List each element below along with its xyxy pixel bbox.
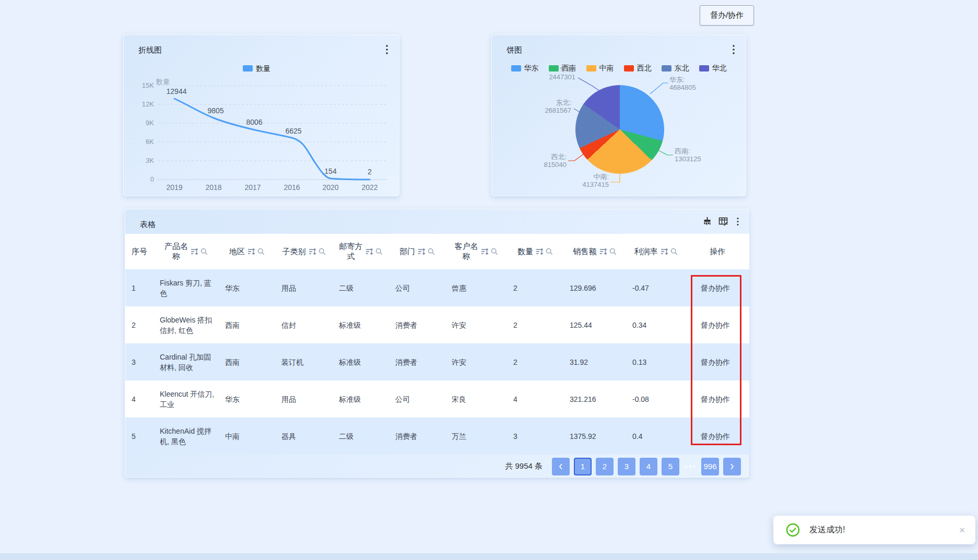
data-table: 序号 产品名称 地区 子类别 邮寄方式 部门 客户名称 数量 销售额 利润率 操… — [125, 234, 749, 455]
table-row: 5 KitchenAid 搅拌机, 黑色 中南 器具 二级 消费者 万兰 3 1… — [125, 418, 749, 455]
legend-item[interactable]: 中南 — [586, 64, 614, 73]
dashboard-page: 督办/协作 折线图 数量 数量 15K — [0, 0, 978, 560]
sort-icon[interactable] — [191, 248, 198, 255]
pagination-summary: 共 9954 条 — [505, 461, 543, 471]
sort-icon[interactable] — [366, 248, 373, 255]
svg-text:2: 2 — [368, 168, 372, 176]
pie-label-xinan: 西南:1303125 — [675, 147, 701, 163]
broom-icon[interactable] — [702, 217, 712, 227]
table-title: 表格 — [140, 220, 156, 230]
page-button-last[interactable]: 996 — [701, 458, 719, 475]
pie-label-huadong: 华东:4684805 — [669, 76, 696, 91]
svg-text:2018: 2018 — [205, 183, 221, 192]
y-axis-name: 数量 — [156, 78, 170, 86]
table-card: 表格 — [125, 209, 749, 478]
column-header-department[interactable]: 部门 — [389, 234, 445, 269]
svg-text:154: 154 — [324, 167, 337, 175]
page-button-4[interactable]: 4 — [640, 458, 657, 475]
prev-page-button[interactable] — [552, 458, 570, 475]
table-toolbar — [702, 217, 741, 227]
sort-icon[interactable] — [661, 248, 668, 255]
legend-swatch — [586, 65, 596, 72]
svg-text:6K: 6K — [146, 138, 154, 146]
pagination: 共 9954 条 1 2 3 4 5 996 — [125, 455, 748, 478]
legend-label: 东北 — [675, 64, 689, 73]
svg-text:6625: 6625 — [285, 127, 301, 135]
line-chart-card: 折线图 数量 数量 15K 12K 9K — [123, 34, 399, 196]
search-icon[interactable] — [319, 248, 326, 255]
legend-item[interactable]: 西北 — [624, 64, 652, 73]
action-link[interactable]: 督办协作 — [686, 343, 749, 380]
action-link[interactable]: 督办协作 — [686, 269, 749, 306]
legend-item[interactable]: 东北 — [662, 64, 689, 73]
legend-label: 西北 — [637, 64, 652, 73]
svg-text:2022: 2022 — [361, 183, 378, 192]
search-icon[interactable] — [546, 248, 553, 255]
point-value-labels: 12944 9805 8006 6625 154 2 — [167, 87, 372, 176]
sort-icon[interactable] — [481, 248, 488, 255]
line-legend-swatch[interactable] — [243, 65, 253, 72]
action-link[interactable]: 督办协作 — [686, 380, 749, 418]
pagination-ellipsis-icon[interactable] — [684, 466, 697, 468]
sort-icon[interactable] — [418, 248, 425, 255]
close-icon[interactable]: × — [959, 525, 965, 535]
pie-label-huabei: 华北:2447301 — [523, 65, 575, 81]
column-header-region[interactable]: 地区 — [219, 234, 275, 269]
legend-label: 华北 — [712, 64, 727, 73]
column-header-product-name[interactable]: 产品名称 — [154, 234, 219, 269]
svg-text:8006: 8006 — [246, 118, 262, 126]
column-header-quantity[interactable]: 数量 — [507, 234, 563, 269]
column-header-customer-name[interactable]: 客户名称 — [445, 234, 507, 269]
pie-chart[interactable] — [575, 85, 664, 174]
action-link[interactable]: 督办协作 — [686, 418, 749, 455]
kebab-menu-icon[interactable] — [735, 217, 741, 227]
column-header-profit-rate[interactable]: 利润率 — [626, 234, 686, 269]
supervise-collaborate-button[interactable]: 督办/协作 — [700, 5, 754, 26]
line-legend-label[interactable]: 数量 — [256, 64, 270, 73]
toast-notification: 发送成功! × — [773, 516, 975, 544]
page-button-2[interactable]: 2 — [596, 458, 614, 475]
svg-text:2019: 2019 — [166, 183, 182, 192]
legend-swatch — [511, 65, 521, 72]
table-row: 1 Fiskars 剪刀, 蓝色 华东 用品 二级 公司 曾惠 2 129.69… — [125, 269, 749, 306]
search-icon[interactable] — [609, 248, 617, 255]
svg-text:2020: 2020 — [322, 183, 338, 192]
legend-swatch — [662, 65, 671, 72]
sort-icon[interactable] — [248, 248, 255, 255]
kebab-menu-icon[interactable] — [730, 44, 737, 55]
legend-label: 中南 — [599, 64, 614, 73]
line-chart-svg: 数量 数量 15K 12K 9K 6K 3K 0 — [124, 35, 400, 197]
gridlines — [158, 86, 387, 161]
bottom-scrollbar[interactable] — [0, 553, 978, 560]
pie-chart-card: 饼图 华东 西南 中南 西北 东北 华北 华北:2447301 华东: — [491, 34, 746, 196]
y-tick-labels: 15K 12K 9K 6K 3K 0 — [142, 81, 154, 183]
svg-text:3K: 3K — [146, 157, 154, 164]
search-icon[interactable] — [375, 248, 383, 255]
page-button-5[interactable]: 5 — [662, 458, 679, 475]
svg-text:15K: 15K — [142, 81, 154, 89]
sort-icon[interactable] — [536, 248, 543, 255]
pie-label-xibei: 西北:815040 — [514, 153, 567, 169]
svg-text:12944: 12944 — [167, 87, 187, 96]
chevron-left-icon — [558, 463, 563, 470]
line-series-path[interactable] — [174, 99, 370, 180]
sort-icon[interactable] — [309, 248, 316, 255]
legend-item[interactable]: 华北 — [699, 64, 727, 73]
next-page-button[interactable] — [723, 458, 741, 475]
search-icon[interactable] — [257, 248, 265, 255]
column-header-subcategory[interactable]: 子类别 — [275, 234, 333, 269]
page-button-3[interactable]: 3 — [618, 458, 635, 475]
page-button-1[interactable]: 1 — [574, 458, 592, 475]
action-link[interactable]: 督办协作 — [686, 306, 749, 343]
column-header-ship-mode[interactable]: 邮寄方式 — [333, 234, 389, 269]
svg-text:2016: 2016 — [284, 183, 300, 192]
column-header-sales[interactable]: 销售额 — [563, 234, 626, 269]
sort-icon[interactable] — [599, 248, 607, 255]
table-edit-icon[interactable] — [718, 217, 728, 227]
search-icon[interactable] — [428, 248, 435, 255]
search-icon[interactable] — [670, 248, 678, 255]
search-icon[interactable] — [201, 248, 208, 255]
search-icon[interactable] — [491, 248, 498, 255]
svg-text:12K: 12K — [142, 100, 154, 108]
pie-chart-title: 饼图 — [506, 45, 522, 55]
